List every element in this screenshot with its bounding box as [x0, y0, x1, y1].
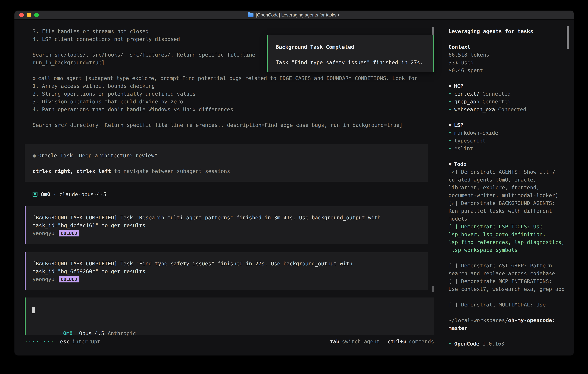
todo-line: [ ] Demonstrate MCP INTEGRATIONS:	[449, 277, 569, 285]
lsp-list: •markdown-oxide•typescript•eslint	[449, 129, 569, 152]
mcp-item: •context7Connected	[449, 90, 569, 98]
message-meta: yeongyu QUEUED	[32, 275, 428, 283]
workspace-branch: master	[449, 324, 569, 332]
hint-text: to navigate between subagent sessions	[111, 168, 230, 174]
status-bar: ········ esc interrupt tab switch agent …	[25, 338, 434, 345]
folder-icon	[248, 13, 253, 17]
workspace-path: ~/local-workspaces/oh-my-opencode:	[449, 316, 569, 324]
terminal-line: Search src/ directory. Return specific f…	[25, 121, 434, 129]
input-line[interactable]	[32, 306, 434, 314]
message-line-1: [BACKGROUND TASK COMPLETED] Task "Resear…	[32, 214, 428, 222]
todo-line: document-writer, multimodal-looker)	[449, 191, 569, 199]
agent-model: claude-opus-4-5	[59, 191, 106, 197]
mcp-list: •context7Connected•grep_appConnected•web…	[449, 90, 569, 113]
agent-session-header[interactable]: OmO · claude-opus-4-5	[25, 190, 434, 198]
spacer	[276, 51, 433, 59]
todo-line: lsp_hover, lsp_goto_definition,	[449, 230, 569, 238]
message-line-2: task_id="bg_6f59260c" to get results.	[32, 268, 428, 275]
oracle-task-title: Oracle Task "Deep architecture review"	[38, 153, 158, 158]
esc-key-label: interrupt	[72, 339, 100, 344]
todo-list: [✓] Demonstrate AGENTS: Show all 7curate…	[449, 168, 569, 309]
zoom-button[interactable]	[34, 13, 39, 17]
collapse-icon: ▼	[449, 122, 452, 128]
mcp-section-header[interactable]: ▼MCP	[449, 82, 569, 90]
gear-icon: ⚙	[32, 75, 36, 81]
spacer-line	[449, 332, 569, 340]
titlebar: [OpenCode] Leveraging agents for tasks ◐	[14, 10, 574, 20]
notification-body: Task "Find type safety issues" finished …	[276, 59, 433, 66]
todo-line: lsp_find_references, lsp_diagnostics,	[449, 238, 569, 246]
text-cursor	[32, 307, 35, 313]
status-badge: QUEUED	[59, 276, 79, 282]
terminal-line: 3. File handles or streams not closed	[25, 28, 434, 35]
lsp-name: markdown-oxide	[454, 130, 498, 136]
todo-line: [ ] Demonstrate MULTIMODAL: Use	[449, 301, 569, 309]
spacer-line	[449, 35, 569, 43]
oracle-task-card: ◉Oracle Task "Deep architecture review" …	[25, 144, 428, 182]
spacer-line	[449, 113, 569, 121]
todo-line: Use context7, websearch_exa, grep_app	[449, 285, 569, 293]
message-meta: yeongyu QUEUED	[32, 229, 428, 237]
lsp-section-header[interactable]: ▼LSP	[449, 121, 569, 129]
context-spent: $0.46 spent	[449, 67, 569, 74]
minimize-button[interactable]	[27, 13, 31, 17]
todo-line: Run parallel tasks with different	[449, 207, 569, 215]
close-button[interactable]	[19, 13, 24, 17]
author-name: yeongyu	[32, 275, 54, 283]
todo-line: lsp_workspace_symbols	[449, 246, 569, 254]
terminal-line: 2. String operations on potentially unde…	[25, 90, 434, 98]
terminal-line: 3. Division operations that could divide…	[25, 98, 434, 105]
sidebar-scrollbar-thumb[interactable]	[567, 26, 569, 49]
mcp-name: websearch_exa	[454, 106, 495, 112]
mcp-heading: MCP	[454, 83, 463, 89]
agent-name: OmO	[41, 191, 50, 197]
input-provider-label: Anthropic	[108, 330, 136, 336]
bullet-icon: •	[449, 145, 452, 151]
spinner-dots-icon: ········	[25, 339, 54, 344]
app-version: 1.0.163	[482, 341, 504, 347]
terminal-output-list: 1. Array access without bounds checking2…	[25, 82, 434, 129]
spacer-line	[449, 152, 569, 160]
notification-title: Background Task Completed	[276, 43, 433, 51]
tool-call-line: ⚙call_omo_agent [subagent_type=explore, …	[25, 74, 434, 82]
input-model-label[interactable]: Opus 4.5	[79, 330, 104, 336]
main-scrollbar-thumb-lower[interactable]	[432, 286, 434, 292]
mcp-item: •websearch_exaConnected	[449, 105, 569, 113]
terminal-line: 1. Array access without bounds checking	[25, 82, 434, 90]
tool-call-text: call_omo_agent [subagent_type=explore, p…	[38, 75, 418, 81]
lsp-item: •eslint	[449, 145, 569, 152]
prompt-input[interactable]: OmOOpus 4.5Anthropic	[25, 298, 434, 335]
todo-line: [ ] Demonstrate LSP TOOLS: Use	[449, 223, 569, 230]
todo-line: [✓] Demonstrate BACKGROUND AGENTS:	[449, 199, 569, 207]
mcp-name: context7	[454, 91, 479, 97]
terminal-pane: 3. File handles or streams not closed4. …	[14, 20, 442, 355]
mcp-name: grep_app	[454, 99, 479, 104]
background-task-messages: [BACKGROUND TASK COMPLETED] Task "Resear…	[25, 206, 434, 290]
separator-dot: ·	[53, 191, 56, 197]
spacer	[32, 314, 434, 322]
input-agent-label[interactable]: OmO	[63, 330, 73, 336]
todo-line: curated agents (OmO, oracle,	[449, 176, 569, 184]
collapse-icon: ▼	[449, 83, 452, 89]
author-name: yeongyu	[32, 229, 54, 237]
lsp-item: •typescript	[449, 137, 569, 145]
todo-section-header[interactable]: ▼Todo	[449, 160, 569, 168]
bullet-icon: •	[449, 138, 452, 144]
input-meta: OmOOpus 4.5Anthropic	[32, 322, 434, 330]
context-used: 33% used	[449, 59, 569, 67]
spacer-line	[32, 159, 428, 167]
tab-key-label: switch agent	[342, 339, 379, 344]
status-bar-right: tab switch agent ctrl+p commands	[330, 339, 434, 344]
fisheye-icon: ◉	[32, 153, 36, 158]
todo-line: search and replace across codebase	[449, 270, 569, 277]
spacer-line	[449, 74, 569, 82]
notification-toast: Background Task Completed Task "Find typ…	[267, 35, 434, 72]
lsp-heading: LSP	[454, 122, 463, 128]
todo-line: [ ] Demonstrate AST-GREP: Pattern	[449, 262, 569, 270]
spacer-line	[449, 309, 569, 316]
terminal-line	[25, 113, 434, 121]
todo-heading: Todo	[454, 161, 467, 167]
todo-line: [✓] Demonstrate AGENTS: Show all 7	[449, 168, 569, 176]
agent-icon	[32, 192, 37, 197]
background-task-message: [BACKGROUND TASK COMPLETED] Task "Resear…	[25, 206, 428, 244]
